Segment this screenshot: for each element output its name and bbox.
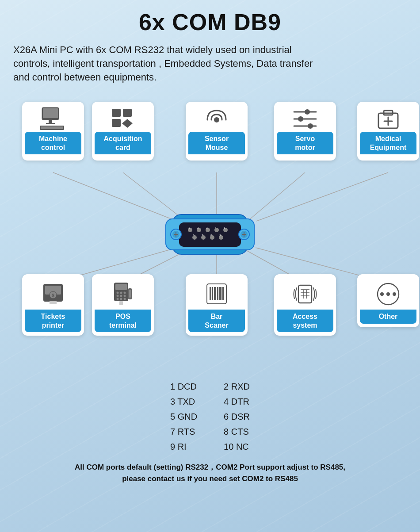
card-acquisition-card: Acquisitioncard xyxy=(92,102,154,160)
tickets-icon: $ xyxy=(38,280,69,307)
pin-4: 4 DTR xyxy=(224,395,250,408)
svg-point-67 xyxy=(117,291,119,294)
svg-text:$: $ xyxy=(52,293,54,298)
page-title: 6x COM DB9 xyxy=(13,9,407,35)
footer-note: All COM ports default (setting) RS232，CO… xyxy=(13,462,407,484)
pin-column-right: 2 RXD 4 DTR 6 DSR 8 CTS 10 NC xyxy=(224,380,250,453)
card-servo-motor: Servomotor xyxy=(274,102,336,160)
pin-1: 1 DCD xyxy=(170,380,197,393)
svg-rect-82 xyxy=(214,287,216,300)
sensor-label: SensorMouse xyxy=(188,132,245,154)
svg-point-26 xyxy=(308,123,313,129)
medical-label: MedicalEquipment xyxy=(360,132,416,154)
card-other: Other xyxy=(357,274,419,327)
svg-point-93 xyxy=(380,292,384,296)
pos-label: POSterminal xyxy=(95,310,151,332)
svg-line-4 xyxy=(256,172,388,221)
svg-rect-86 xyxy=(298,285,312,303)
pin-7: 7 RTS xyxy=(170,425,197,438)
description: X26A Mini PC with 6x COM RS232 that wide… xyxy=(13,43,323,84)
access-label: Accesssystem xyxy=(277,310,333,332)
svg-rect-17 xyxy=(123,109,132,117)
pin-10: 10 NC xyxy=(224,440,250,453)
svg-point-22 xyxy=(305,109,310,115)
svg-rect-64 xyxy=(50,301,57,304)
sensor-icon xyxy=(201,105,232,132)
svg-point-95 xyxy=(393,292,396,296)
pin-reference: 1 DCD 3 TXD 5 GND 7 RTS 9 RI 2 RXD 4 DTR… xyxy=(13,380,407,453)
card-sensor-mouse: SensorMouse xyxy=(186,102,248,160)
svg-point-24 xyxy=(298,116,303,122)
svg-marker-19 xyxy=(122,119,133,128)
diagram: Machinecontrol Acquisitioncard xyxy=(13,97,407,371)
svg-rect-78 xyxy=(129,290,131,298)
svg-point-68 xyxy=(120,291,122,294)
svg-rect-16 xyxy=(112,109,121,117)
svg-rect-13 xyxy=(46,123,55,124)
pin-2: 2 RXD xyxy=(224,380,250,393)
pin-5: 5 GND xyxy=(170,410,197,423)
svg-point-69 xyxy=(124,291,126,294)
pos-icon xyxy=(107,280,138,307)
svg-point-71 xyxy=(120,295,122,297)
card-machine-control: Machinecontrol xyxy=(22,102,84,160)
machine-icon xyxy=(38,105,69,132)
servo-label: Servomotor xyxy=(277,132,333,154)
svg-rect-18 xyxy=(112,119,121,127)
pin-8: 8 CTS xyxy=(224,425,250,438)
pin-3: 3 TXD xyxy=(170,395,197,408)
other-icon xyxy=(373,280,404,307)
card-medical-equipment: MedicalEquipment xyxy=(357,102,419,160)
bar-icon xyxy=(201,280,232,307)
tickets-label: Ticketsprinter xyxy=(25,310,81,332)
pin-9: 9 RI xyxy=(170,440,197,453)
svg-point-94 xyxy=(386,292,390,296)
svg-point-70 xyxy=(117,295,119,297)
svg-point-72 xyxy=(124,295,126,297)
servo-icon xyxy=(290,105,321,132)
svg-rect-15 xyxy=(41,126,63,129)
machine-label: Machinecontrol xyxy=(25,132,81,154)
svg-rect-84 xyxy=(219,287,221,300)
svg-rect-76 xyxy=(119,301,123,305)
card-access-system: Accesssystem xyxy=(274,274,336,335)
svg-point-74 xyxy=(120,298,122,300)
svg-rect-11 xyxy=(43,108,58,118)
access-icon xyxy=(290,280,321,307)
svg-point-75 xyxy=(124,298,126,300)
pin-column-left: 1 DCD 3 TXD 5 GND 7 RTS 9 RI xyxy=(170,380,197,453)
other-label: Other xyxy=(360,310,416,323)
acquisition-icon xyxy=(107,105,138,132)
pin-6: 6 DSR xyxy=(224,410,250,423)
svg-rect-66 xyxy=(115,284,127,290)
bar-label: BarScaner xyxy=(188,310,245,332)
card-pos-terminal: POSterminal xyxy=(92,274,154,335)
acquisition-label: Acquisitioncard xyxy=(95,132,151,154)
card-tickets-printer: Ticketsprinter $ xyxy=(22,274,84,335)
svg-rect-80 xyxy=(210,287,211,300)
svg-point-73 xyxy=(117,298,119,300)
svg-rect-81 xyxy=(212,287,213,300)
card-bar-scanner: BarScaner xyxy=(186,274,248,335)
svg-line-0 xyxy=(53,172,177,221)
svg-rect-12 xyxy=(49,120,52,123)
svg-rect-85 xyxy=(222,287,224,300)
svg-point-20 xyxy=(214,117,219,122)
medical-icon xyxy=(373,105,404,132)
db9-connector: 1 2 3 4 5 6 7 8 9 xyxy=(159,210,261,259)
svg-rect-83 xyxy=(217,287,218,300)
